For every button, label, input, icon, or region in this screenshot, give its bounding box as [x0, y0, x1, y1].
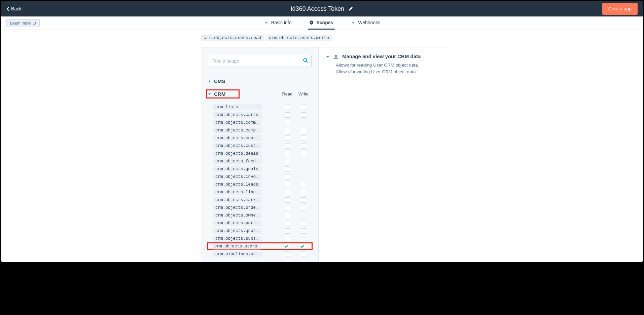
- write-checkbox[interactable]: [301, 190, 306, 195]
- gear-icon: [264, 20, 269, 25]
- learn-more-label: Learn more: [10, 21, 31, 26]
- write-checkbox[interactable]: [301, 151, 306, 156]
- write-checkbox[interactable]: [301, 205, 306, 210]
- shield-icon: [309, 20, 314, 25]
- read-checkbox[interactable]: [285, 236, 290, 241]
- tab-label: Webhooks: [358, 20, 380, 25]
- scope-row: crm.objects.subscri…: [208, 235, 312, 242]
- scope-name: crm.objects.orders: [213, 205, 262, 211]
- read-checkbox[interactable]: [285, 205, 290, 210]
- read-checkbox[interactable]: [285, 128, 290, 133]
- read-checkbox[interactable]: [285, 105, 290, 110]
- write-checkbox[interactable]: [301, 197, 306, 203]
- scope-name: crm.objects.compani…: [213, 127, 262, 133]
- read-checkbox[interactable]: [285, 251, 290, 257]
- chevron-down-icon[interactable]: [326, 55, 329, 58]
- scope-row: crm.objects.quotes: [208, 227, 312, 235]
- edit-icon[interactable]: [348, 6, 353, 11]
- info-title: Manage and view your CRM data: [342, 53, 421, 59]
- scope-row: crm.pipelines.orders: [208, 250, 312, 258]
- scope-name: crm.objects.custom: [213, 143, 262, 149]
- scope-row: crm.objects.owners: [208, 211, 312, 219]
- tab-scopes[interactable]: Scopes: [308, 16, 334, 30]
- category-cms[interactable]: CMS: [208, 76, 312, 87]
- search-input[interactable]: [208, 55, 312, 67]
- back-label: Back: [11, 6, 22, 11]
- read-checkbox[interactable]: [285, 213, 290, 218]
- scope-row: crm.objects.orders: [208, 204, 312, 211]
- chevron-right-icon: [208, 80, 211, 83]
- scope-name: crm.objects.line_it…: [213, 189, 262, 195]
- scopes-panel: CMS CRM Read Write crm.listscrm.objects.…: [201, 47, 449, 262]
- write-checkbox[interactable]: [300, 244, 305, 249]
- scope-name: crm.objects.owners: [213, 212, 262, 219]
- search-icon[interactable]: [303, 58, 308, 63]
- read-checkbox[interactable]: [285, 159, 290, 164]
- tab-label: Scopes: [316, 20, 333, 25]
- write-checkbox[interactable]: [301, 251, 306, 257]
- back-button[interactable]: Back: [6, 6, 22, 11]
- category-label: CRM: [214, 91, 225, 97]
- scope-tree: CMS CRM Read Write crm.listscrm.objects.…: [201, 47, 319, 262]
- write-checkbox[interactable]: [301, 221, 306, 226]
- tab-webhooks[interactable]: Webhooks: [349, 16, 382, 30]
- scope-row: crm.lists: [208, 103, 312, 111]
- scope-row: crm.objects.contacts: [208, 134, 312, 142]
- scope-name: crm.objects.commerc…: [213, 120, 262, 126]
- tab-basic-info[interactable]: Basic info: [262, 16, 293, 30]
- scope-row: crm.objects.custom: [208, 142, 312, 150]
- scope-tag: crm.objects.users.write: [266, 35, 332, 41]
- scope-row: crm.objects.line_it…: [208, 188, 312, 196]
- scope-row: crm.objects.compani…: [208, 126, 312, 134]
- column-header-read: Read: [279, 91, 295, 96]
- write-checkbox[interactable]: [301, 143, 306, 149]
- write-checkbox[interactable]: [301, 112, 306, 118]
- read-checkbox[interactable]: [285, 221, 290, 226]
- scope-row: crm.objects.carts: [208, 111, 312, 119]
- create-app-button[interactable]: Create app: [602, 3, 638, 15]
- read-checkbox[interactable]: [285, 197, 290, 203]
- scope-name: crm.pipelines.orders: [213, 251, 262, 257]
- read-checkbox[interactable]: [285, 135, 290, 141]
- read-checkbox[interactable]: [285, 151, 290, 156]
- tab-label: Basic info: [271, 20, 292, 25]
- write-checkbox[interactable]: [301, 182, 306, 187]
- read-checkbox[interactable]: [285, 228, 290, 234]
- scope-name: crm.objects.deals: [213, 151, 262, 157]
- scope-name: crm.lists: [213, 104, 262, 110]
- scope-row: crm.objects.invoices: [208, 173, 312, 181]
- scope-row: crm.objects.feedbac…: [208, 157, 312, 165]
- scope-name: crm.objects.quotes: [213, 228, 262, 234]
- scope-name: crm.objects.partner…: [213, 220, 262, 226]
- write-checkbox[interactable]: [301, 105, 306, 110]
- scope-name: crm.objects.feedbac…: [213, 158, 262, 164]
- scope-name: crm.objects.goals: [213, 166, 262, 172]
- scope-name: crm.objects.leads: [213, 182, 262, 188]
- read-checkbox[interactable]: [285, 190, 290, 195]
- read-checkbox[interactable]: [285, 166, 290, 172]
- write-checkbox[interactable]: [301, 228, 306, 234]
- read-checkbox[interactable]: [285, 120, 290, 125]
- external-link-icon: [33, 22, 36, 25]
- column-header-write: Write: [295, 91, 312, 96]
- info-description-line: Allows for reading User CRM object data: [336, 62, 441, 69]
- category-label: CMS: [214, 78, 225, 84]
- read-checkbox[interactable]: [284, 244, 289, 249]
- user-icon: [333, 54, 339, 60]
- category-crm[interactable]: CRM Read Write: [208, 87, 312, 101]
- read-checkbox[interactable]: [285, 143, 290, 149]
- read-checkbox[interactable]: [285, 112, 290, 118]
- scope-name: crm.objects.contacts: [213, 135, 262, 141]
- scope-tag: crm.objects.users.read: [201, 35, 264, 41]
- write-checkbox[interactable]: [301, 128, 306, 133]
- selected-scope-tags: crm.objects.users.read crm.objects.users…: [201, 30, 449, 47]
- write-checkbox[interactable]: [301, 135, 306, 141]
- read-checkbox[interactable]: [285, 182, 290, 187]
- read-checkbox[interactable]: [285, 174, 290, 180]
- learn-more-button[interactable]: Learn more: [6, 19, 40, 27]
- scope-name: crm.objects.carts: [213, 112, 262, 118]
- header: Back id360 Access Token Create app: [1, 1, 643, 16]
- chevron-down-icon: [208, 92, 211, 96]
- page-title: id360 Access Token: [291, 5, 345, 12]
- subheader: Learn more Basic info Scopes Webhooks: [1, 16, 643, 30]
